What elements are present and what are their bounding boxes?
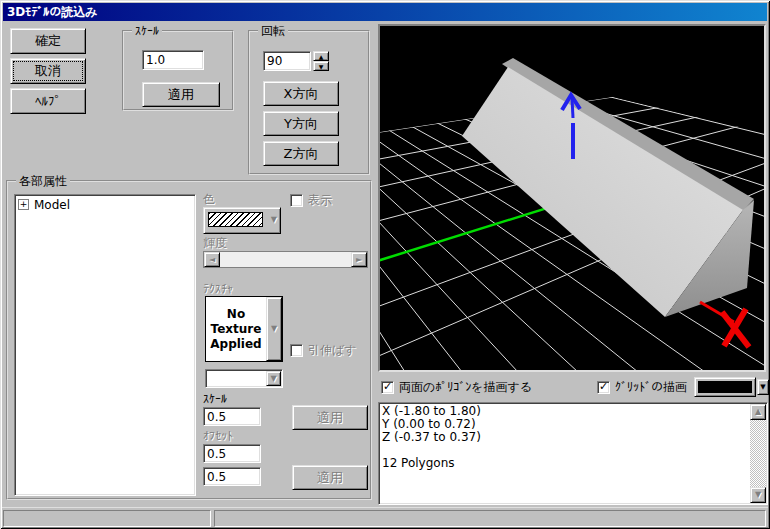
- rotation-spin-down-button[interactable]: ▼: [313, 61, 329, 71]
- both-faces-checkbox[interactable]: [381, 381, 394, 394]
- rotate-y-button[interactable]: Y方向: [263, 111, 339, 136]
- grid-color-dropdown-arrow-button[interactable]: ▼: [757, 379, 769, 395]
- visible-checkbox-label: 表示: [308, 193, 332, 207]
- rotate-x-button[interactable]: X方向: [263, 81, 339, 106]
- rotation-spin-up-button[interactable]: ▲: [313, 51, 329, 61]
- combo-arrow-icon: ▼: [270, 375, 276, 383]
- slider-right-button[interactable]: ►: [351, 252, 367, 267]
- title-bar[interactable]: 3Dﾓﾃﾞﾙの読込み: [3, 3, 767, 21]
- model-info-box[interactable]: X (-1.80 to 1.80) Y (0.00 to 0.72) Z (-0…: [378, 402, 768, 505]
- texture-value: No Texture Applied: [206, 297, 266, 361]
- spin-up-icon: ▲: [319, 53, 324, 60]
- texture-dropdown-arrow-button[interactable]: ▼: [266, 297, 282, 361]
- scroll-up-button[interactable]: ▲: [750, 404, 766, 420]
- scale-group-title: ｽｹｰﾙ: [132, 24, 162, 38]
- scale-input[interactable]: 1.0: [142, 50, 204, 70]
- grid-draw-checkbox-label: ｸﾞﾘｯﾄﾞの描画: [615, 380, 687, 394]
- rotate-z-label: Z方向: [284, 145, 319, 163]
- color-swatch: [208, 212, 263, 227]
- texture-scale-apply-button[interactable]: 適用: [292, 405, 368, 430]
- spin-down-icon: ▼: [319, 63, 324, 70]
- cancel-button[interactable]: 取消: [10, 58, 86, 84]
- status-cell-right: [214, 510, 766, 527]
- rotation-group: 回転 90 ▲ ▼ X方向 Y方向 Z方向: [248, 30, 370, 175]
- arrow-right-icon: ►: [356, 256, 362, 264]
- attributes-group-title: 各部属性: [16, 174, 70, 188]
- status-cell-left: [3, 510, 211, 527]
- arrow-up-icon: ▲: [755, 408, 761, 416]
- scale-group: ｽｹｰﾙ 1.0 適用: [122, 30, 234, 111]
- model-tree[interactable]: [14, 194, 196, 496]
- tree-expand-icon[interactable]: +: [18, 199, 29, 210]
- color-dropdown[interactable]: ▼: [203, 207, 281, 234]
- texture-scale-apply-label: 適用: [317, 409, 343, 427]
- stretch-checkbox-label: 引伸ばす: [308, 343, 357, 357]
- arrow-left-icon: ◄: [209, 256, 215, 264]
- ok-button[interactable]: 確定: [10, 28, 86, 54]
- rotate-x-label: X方向: [284, 85, 319, 103]
- texture-dropdown[interactable]: No Texture Applied ▼: [205, 296, 283, 362]
- offset-apply-label: 適用: [317, 469, 343, 487]
- texture-dropdown-arrow-icon: ▼: [271, 325, 277, 333]
- grid-color-swatch: [698, 381, 752, 393]
- color-dropdown-arrow-icon: ▼: [271, 216, 277, 224]
- scale-apply-button[interactable]: 適用: [142, 82, 220, 107]
- viewport-scene: [380, 26, 764, 370]
- dialog-3d-model-load: 3Dﾓﾃﾞﾙの読込み 確定 取消 ﾍﾙﾌﾟ ｽｹｰﾙ 1.0 適用 回転 90 …: [0, 0, 770, 529]
- scale-apply-label: 適用: [168, 86, 194, 104]
- offset-apply-button[interactable]: 適用: [292, 465, 368, 490]
- visible-checkbox[interactable]: [290, 194, 303, 207]
- window-title: 3Dﾓﾃﾞﾙの読込み: [7, 4, 98, 21]
- help-button-label: ﾍﾙﾌﾟ: [35, 94, 61, 109]
- texture-select-combo[interactable]: ▼: [205, 369, 283, 388]
- texture-scale-input[interactable]: 0.5: [203, 407, 261, 426]
- offset-v-input[interactable]: 0.5: [203, 467, 261, 486]
- model-info-text: X (-1.80 to 1.80) Y (0.00 to 0.72) Z (-0…: [382, 405, 481, 470]
- grid-color-arrow-icon: ▼: [760, 383, 765, 391]
- grid-color-dropdown[interactable]: [694, 377, 756, 397]
- color-label: 色: [203, 192, 215, 206]
- ok-button-label: 確定: [35, 32, 61, 50]
- combo-arrow-button[interactable]: ▼: [266, 371, 281, 386]
- slider-left-button[interactable]: ◄: [204, 252, 220, 267]
- stretch-checkbox[interactable]: [290, 344, 303, 357]
- rotate-y-label: Y方向: [284, 115, 318, 133]
- rotation-angle-input[interactable]: 90: [263, 51, 311, 71]
- rotation-group-title: 回転: [258, 24, 288, 38]
- texture-label: ﾃｸｽﾁｬ: [203, 282, 233, 296]
- brightness-slider[interactable]: ◄ ►: [203, 251, 368, 268]
- cancel-button-label: 取消: [35, 62, 61, 80]
- grid-draw-checkbox[interactable]: [597, 381, 610, 394]
- viewport-3d[interactable]: [378, 24, 766, 372]
- scroll-down-button[interactable]: ▼: [750, 487, 766, 503]
- help-button[interactable]: ﾍﾙﾌﾟ: [10, 88, 86, 114]
- arrow-down-icon: ▼: [755, 491, 761, 499]
- brightness-label: 輝度: [203, 236, 227, 250]
- rotate-z-button[interactable]: Z方向: [263, 141, 339, 166]
- offset-label: ｵﾌｾｯﾄ: [203, 429, 233, 443]
- offset-u-input[interactable]: 0.5: [203, 444, 261, 463]
- status-bar: [2, 507, 768, 527]
- tree-item-model[interactable]: Model: [34, 198, 70, 212]
- info-scrollbar[interactable]: ▲ ▼: [750, 404, 766, 503]
- both-faces-checkbox-label: 両面のﾎﾟﾘｺﾞﾝを描画する: [399, 380, 532, 394]
- texture-scale-label: ｽｹｰﾙ: [203, 392, 227, 406]
